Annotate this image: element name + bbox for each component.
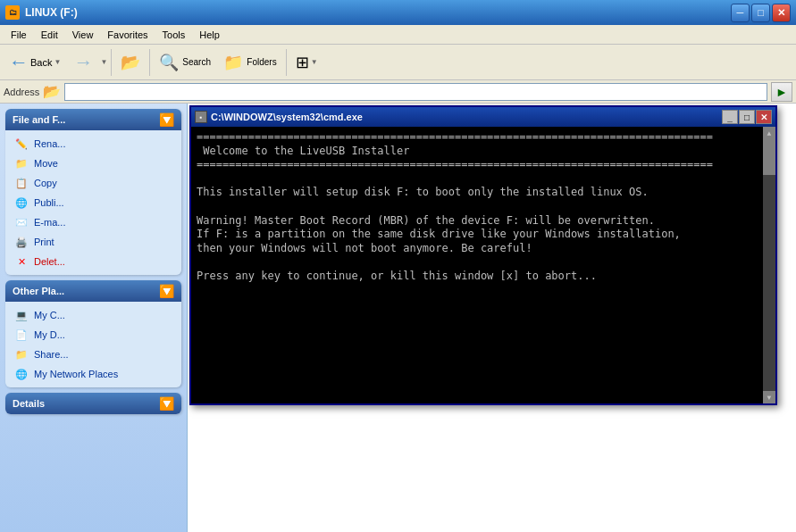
sidebar-item-copy[interactable]: 📋 Copy	[5, 173, 181, 193]
print-icon: 🖨️	[14, 235, 29, 249]
email-label: E-ma...	[34, 217, 65, 228]
search-button[interactable]: 🔍 Search	[154, 51, 216, 74]
search-label: Search	[182, 57, 211, 67]
shared-icon: 📁	[14, 347, 29, 362]
cmd-title-bar: ▪ C:\WINDOWZ\system32\cmd.exe _ □ ✕	[191, 107, 775, 127]
details-collapse[interactable]: 🔽	[159, 396, 174, 411]
print-label: Print	[34, 237, 54, 247]
menu-help[interactable]: Help	[192, 28, 227, 42]
other-places-body: 💻 My C... 📄 My D... 📁 Share... 🌐 My Netw…	[5, 302, 181, 387]
copy-label: Copy	[34, 178, 57, 188]
cmd-scroll-track	[763, 139, 775, 391]
views-button[interactable]: ⊞ ▼	[290, 51, 326, 74]
cmd-icon: ▪	[195, 111, 207, 123]
title-bar: 🗂 LINUX (F:) ─ □ ✕	[0, 0, 796, 25]
menu-view[interactable]: View	[65, 28, 101, 42]
delete-label: Delet...	[34, 256, 65, 267]
menu-bar: File Edit View Favorites Tools Help	[0, 25, 796, 45]
sidebar-item-print[interactable]: 🖨️ Print	[5, 232, 181, 252]
cmd-output: ========================================…	[197, 130, 770, 284]
mycomputer-label: My C...	[34, 310, 65, 320]
publish-icon: 🌐	[14, 195, 29, 210]
sidebar-item-rename[interactable]: ✏️ Rena...	[5, 134, 181, 154]
copy-icon: 📋	[14, 176, 29, 190]
address-icon: 📂	[43, 83, 61, 100]
details-section: Details 🔽	[5, 393, 181, 414]
cmd-title-left: ▪ C:\WINDOWZ\system32\cmd.exe	[195, 111, 363, 123]
sidebar-item-network[interactable]: 🌐 My Network Places	[5, 364, 181, 384]
title-bar-left: 🗂 LINUX (F:)	[5, 5, 78, 20]
address-go-button[interactable]: ►	[771, 82, 792, 102]
email-icon: ✉️	[14, 215, 29, 229]
menu-tools[interactable]: Tools	[155, 28, 193, 42]
sidebar-item-email[interactable]: ✉️ E-ma...	[5, 212, 181, 232]
back-button[interactable]: ← Back ▼	[4, 49, 66, 76]
up-button[interactable]: 📂	[115, 51, 146, 74]
forward-button[interactable]: →	[68, 49, 98, 76]
window-title: LINUX (F:)	[25, 6, 78, 19]
move-label: Move	[34, 158, 58, 169]
other-places-collapse[interactable]: 🔽	[159, 284, 174, 298]
cmd-controls: _ □ ✕	[722, 110, 772, 124]
details-title: Details	[13, 398, 45, 409]
network-label: My Network Places	[34, 369, 118, 379]
cmd-title: C:\WINDOWZ\system32\cmd.exe	[211, 112, 363, 122]
close-button[interactable]: ✕	[772, 4, 791, 22]
cmd-window: ▪ C:\WINDOWZ\system32\cmd.exe _ □ ✕ ====…	[189, 105, 777, 405]
sidebar: File and F... 🔽 ✏️ Rena... 📁 Move 📋 Copy…	[0, 104, 188, 532]
other-places-title: Other Pla...	[13, 286, 64, 296]
cmd-scroll-thumb[interactable]	[763, 139, 775, 175]
toolbar-separator-2	[149, 49, 150, 76]
forward-dropdown[interactable]: ▼	[100, 58, 107, 66]
shared-label: Share...	[34, 349, 69, 360]
menu-edit[interactable]: Edit	[34, 28, 65, 42]
publish-label: Publi...	[34, 197, 64, 208]
address-input[interactable]	[64, 83, 767, 101]
toolbar-separator-3	[286, 49, 287, 76]
rename-label: Rena...	[34, 138, 65, 149]
sidebar-item-mycomputer[interactable]: 💻 My C...	[5, 305, 181, 325]
mydocuments-icon: 📄	[14, 328, 29, 342]
sidebar-item-mydocuments[interactable]: 📄 My D...	[5, 325, 181, 345]
menu-file[interactable]: File	[4, 28, 34, 42]
window-icon: 🗂	[5, 5, 20, 20]
title-controls: ─ □ ✕	[731, 4, 791, 22]
mydocuments-label: My D...	[34, 329, 65, 340]
file-tasks-title: File and F...	[13, 114, 65, 125]
maximize-button[interactable]: □	[751, 4, 770, 22]
toolbar: ← Back ▼ → ▼ 📂 🔍 Search 📁 Folders ⊞ ▼	[0, 45, 796, 80]
minimize-button[interactable]: ─	[731, 4, 750, 22]
content-area: .inf nformation .sh ▪ C:\WINDOWZ\system3…	[188, 104, 796, 532]
mycomputer-icon: 💻	[14, 308, 29, 322]
other-places-section: Other Pla... 🔽 💻 My C... 📄 My D... 📁 Sha…	[5, 280, 181, 387]
sidebar-item-publish[interactable]: 🌐 Publi...	[5, 193, 181, 212]
file-tasks-header[interactable]: File and F... 🔽	[5, 109, 181, 130]
cmd-body[interactable]: ========================================…	[191, 127, 775, 403]
cmd-scroll-down[interactable]: ▼	[763, 391, 775, 403]
file-tasks-section: File and F... 🔽 ✏️ Rena... 📁 Move 📋 Copy…	[5, 109, 181, 275]
address-bar: Address 📂 ►	[0, 80, 796, 104]
sidebar-item-move[interactable]: 📁 Move	[5, 154, 181, 173]
menu-favorites[interactable]: Favorites	[100, 28, 155, 42]
sidebar-item-delete[interactable]: ✕ Delet...	[5, 252, 181, 271]
network-icon: 🌐	[14, 367, 29, 381]
other-places-header[interactable]: Other Pla... 🔽	[5, 280, 181, 302]
file-tasks-body: ✏️ Rena... 📁 Move 📋 Copy 🌐 Publi... ✉️	[5, 130, 181, 275]
cmd-scrollbar[interactable]: ▲ ▼	[763, 127, 775, 403]
back-label: Back	[30, 57, 52, 68]
toolbar-separator-1	[111, 49, 112, 76]
cmd-close-button[interactable]: ✕	[756, 110, 772, 124]
sidebar-item-shared[interactable]: 📁 Share...	[5, 345, 181, 364]
main-layout: File and F... 🔽 ✏️ Rena... 📁 Move 📋 Copy…	[0, 104, 796, 532]
delete-icon: ✕	[14, 254, 29, 269]
details-header[interactable]: Details 🔽	[5, 393, 181, 414]
cmd-maximize-button[interactable]: □	[739, 110, 755, 124]
move-icon: 📁	[14, 156, 29, 170]
cmd-scroll-up[interactable]: ▲	[763, 127, 775, 139]
rename-icon: ✏️	[14, 137, 29, 151]
address-label: Address	[4, 87, 39, 97]
cmd-minimize-button[interactable]: _	[722, 110, 738, 124]
folders-button[interactable]: 📁 Folders	[218, 51, 281, 74]
file-tasks-collapse[interactable]: 🔽	[159, 112, 174, 127]
folders-label: Folders	[247, 57, 276, 67]
